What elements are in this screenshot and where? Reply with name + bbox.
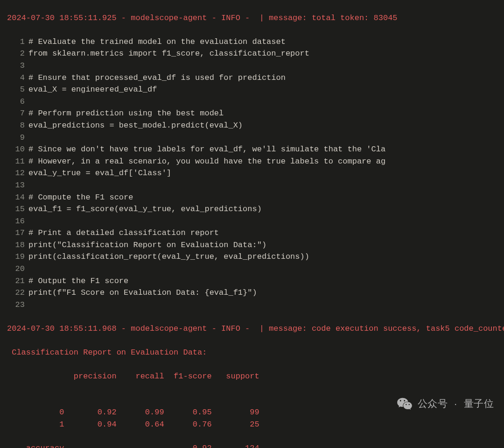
code-text: # However, in a real scenario, you would… — [25, 156, 385, 168]
line-number: 2 — [7, 48, 25, 60]
report-row — [7, 430, 497, 442]
code-line: 12eval_y_true = eval_df['Class'] — [7, 167, 497, 179]
code-line: 22print(f"F1 Score on Evaluation Data: {… — [7, 287, 497, 299]
code-text: eval_predictions = best_model.predict(ev… — [25, 120, 243, 132]
code-text: # Since we don't have true labels for ev… — [25, 143, 385, 156]
line-number: 7 — [7, 107, 25, 120]
log-line-exec-success: 2024-07-30 18:55:11.968 - modelscope-age… — [7, 323, 497, 335]
code-line: 19print(classification_report(eval_y_tru… — [7, 251, 497, 263]
code-line: 14# Compute the F1 score — [7, 192, 497, 204]
code-line: 7# Perform prediction using the best mod… — [7, 107, 497, 120]
code-text: print(f"F1 Score on Evaluation Data: {ev… — [25, 287, 257, 299]
code-line: 3 — [7, 60, 497, 72]
code-line: 21# Output the F1 score — [7, 275, 497, 287]
code-text — [25, 179, 28, 192]
terminal[interactable]: 2024-07-30 18:55:11.925 - modelscope-age… — [0, 0, 504, 448]
line-number: 15 — [7, 203, 25, 215]
line-number: 23 — [7, 299, 25, 311]
line-number: 19 — [7, 251, 25, 263]
code-line: 20 — [7, 263, 497, 275]
code-text — [25, 299, 28, 311]
report-row: accuracy 0.92 124 — [7, 442, 497, 448]
line-number: 17 — [7, 227, 25, 239]
code-text: # Perform prediction using the best mode… — [25, 107, 224, 120]
line-number: 20 — [7, 263, 25, 275]
code-block: 1# Evaluate the trained model on the eva… — [7, 36, 497, 311]
code-text — [25, 96, 28, 108]
code-line: 16 — [7, 215, 497, 228]
report-row — [7, 395, 497, 407]
code-line: 13 — [7, 179, 497, 192]
code-text: # Ensure that processed_eval_df is used … — [25, 72, 286, 84]
line-number: 4 — [7, 72, 25, 84]
code-text — [25, 215, 28, 228]
code-line: 18print("Classification Report on Evalua… — [7, 239, 497, 251]
code-text — [25, 263, 28, 275]
report-row: 0 0.92 0.99 0.95 99 — [7, 406, 497, 419]
line-number: 21 — [7, 275, 25, 287]
line-number: 11 — [7, 156, 25, 168]
code-line: 8eval_predictions = best_model.predict(e… — [7, 120, 497, 132]
code-line: 2from sklearn.metrics import f1_score, c… — [7, 48, 497, 60]
code-line: 1# Evaluate the trained model on the eva… — [7, 36, 497, 48]
report-row: 1 0.94 0.64 0.76 25 — [7, 419, 497, 431]
line-number: 10 — [7, 143, 25, 156]
code-text: print("Classification Report on Evaluati… — [25, 239, 266, 251]
code-line: 17# Print a detailed classification repo… — [7, 227, 497, 239]
code-text — [25, 132, 28, 144]
code-text: eval_y_true = eval_df['Class'] — [25, 167, 171, 179]
line-number: 12 — [7, 167, 25, 179]
code-line: 9 — [7, 132, 497, 144]
report-rows: 0 0.92 0.99 0.95 99 1 0.94 0.64 0.76 25 … — [7, 395, 497, 448]
line-number: 13 — [7, 179, 25, 192]
line-number: 18 — [7, 239, 25, 251]
line-number: 8 — [7, 120, 25, 132]
code-text: # Print a detailed classification report — [25, 227, 219, 239]
code-text: print(classification_report(eval_y_true,… — [25, 251, 309, 263]
code-line: 10# Since we don't have true labels for … — [7, 143, 497, 156]
code-line: 23 — [7, 299, 497, 311]
code-text — [25, 60, 28, 72]
code-text: # Compute the F1 score — [25, 192, 133, 204]
code-text: eval_f1 = f1_score(eval_y_true, eval_pre… — [25, 203, 262, 215]
report-title: Classification Report on Evaluation Data… — [7, 347, 497, 359]
report-header: precision recall f1-score support — [7, 370, 497, 383]
line-number: 16 — [7, 215, 25, 228]
code-line: 6 — [7, 96, 497, 108]
line-number: 5 — [7, 84, 25, 96]
code-line: 15eval_f1 = f1_score(eval_y_true, eval_p… — [7, 203, 497, 215]
line-number: 1 — [7, 36, 25, 48]
line-number: 9 — [7, 132, 25, 144]
code-text: eval_X = engineered_eval_df — [25, 84, 157, 96]
log-line-top: 2024-07-30 18:55:11.925 - modelscope-age… — [7, 12, 497, 24]
code-line: 5eval_X = engineered_eval_df — [7, 84, 497, 96]
code-text: # Output the F1 score — [25, 275, 128, 287]
code-line: 4# Ensure that processed_eval_df is used… — [7, 72, 497, 84]
code-text: from sklearn.metrics import f1_score, cl… — [25, 48, 309, 60]
line-number: 14 — [7, 192, 25, 204]
code-text: # Evaluate the trained model on the eval… — [25, 36, 286, 48]
line-number: 3 — [7, 60, 25, 72]
line-number: 6 — [7, 96, 25, 108]
line-number: 22 — [7, 287, 25, 299]
code-line: 11# However, in a real scenario, you wou… — [7, 156, 497, 168]
